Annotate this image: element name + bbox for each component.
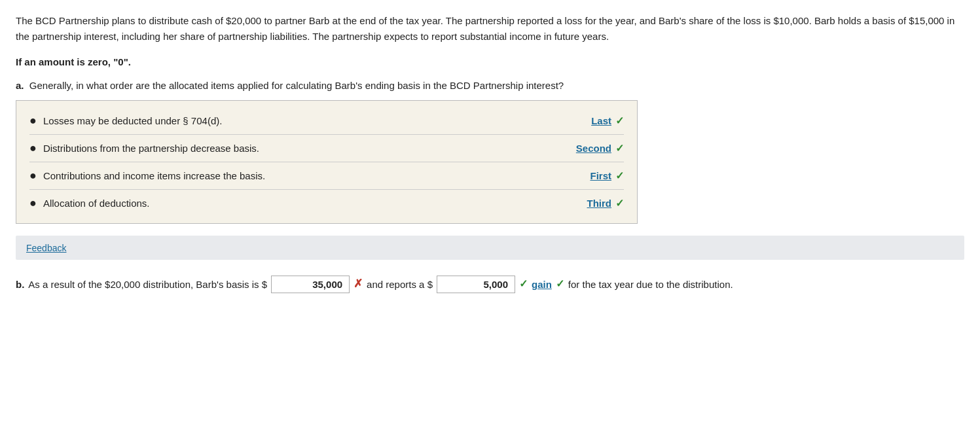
checkmark-icon: ✓ <box>615 197 624 209</box>
checkmark-icon: ✓ <box>615 170 624 182</box>
x-icon: ✗ <box>354 274 363 295</box>
part-a-question: a. Generally, in what order are the allo… <box>16 78 964 94</box>
gain-value: gain <box>532 276 552 293</box>
row-right: Third ✓ <box>552 197 624 209</box>
part-a-letter: a. <box>16 80 24 91</box>
table-row: ● Distributions from the partnership dec… <box>29 135 624 162</box>
row-text: Allocation of deductions. <box>43 198 150 209</box>
reports-input[interactable] <box>437 276 515 293</box>
row-left: ● Losses may be deducted under § 704(d). <box>29 114 222 128</box>
answer-value: Last <box>591 115 611 126</box>
row-right: First ✓ <box>552 170 624 182</box>
basis-input[interactable] <box>271 276 350 293</box>
part-b-label: b. <box>16 276 24 293</box>
row-text: Distributions from the partnership decre… <box>43 143 259 154</box>
answer-value: Third <box>587 198 612 209</box>
row-right: Last ✓ <box>552 115 624 127</box>
part-b-suffix: for the tax year due to the distribution… <box>568 276 733 293</box>
checkmark-icon: ✓ <box>615 142 624 154</box>
feedback-section: Feedback <box>16 236 964 260</box>
table-row: ● Allocation of deductions. Third ✓ <box>29 190 624 217</box>
row-text: Contributions and income items increase … <box>43 170 265 181</box>
answer-table: ● Losses may be deducted under § 704(d).… <box>16 100 638 224</box>
zero-instruction: If an amount is zero, "0". <box>16 56 964 67</box>
bullet-icon: ● <box>29 169 37 183</box>
table-row: ● Losses may be deducted under § 704(d).… <box>29 107 624 135</box>
bullet-icon: ● <box>29 196 37 210</box>
checkmark-icon-gain: ✓ <box>556 275 564 294</box>
row-left: ● Distributions from the partnership dec… <box>29 141 259 155</box>
answer-value: Second <box>576 143 611 154</box>
bullet-icon: ● <box>29 141 37 155</box>
row-left: ● Allocation of deductions. <box>29 196 149 210</box>
intro-paragraph: The BCD Partnership plans to distribute … <box>16 13 964 45</box>
table-row: ● Contributions and income items increas… <box>29 162 624 190</box>
part-b: b. As a result of the $20,000 distributi… <box>16 274 964 295</box>
part-b-middle: and reports a $ <box>367 276 433 293</box>
part-b-prefix: As a result of the $20,000 distribution,… <box>28 276 267 293</box>
checkmark-icon-b: ✓ <box>519 275 528 294</box>
row-text: Losses may be deducted under § 704(d). <box>43 115 223 126</box>
bullet-icon: ● <box>29 114 37 128</box>
part-b-line: b. As a result of the $20,000 distributi… <box>16 274 964 295</box>
row-right: Second ✓ <box>552 142 624 154</box>
feedback-link[interactable]: Feedback <box>26 243 66 253</box>
checkmark-icon: ✓ <box>615 115 624 127</box>
answer-value: First <box>590 170 611 181</box>
row-left: ● Contributions and income items increas… <box>29 169 265 183</box>
